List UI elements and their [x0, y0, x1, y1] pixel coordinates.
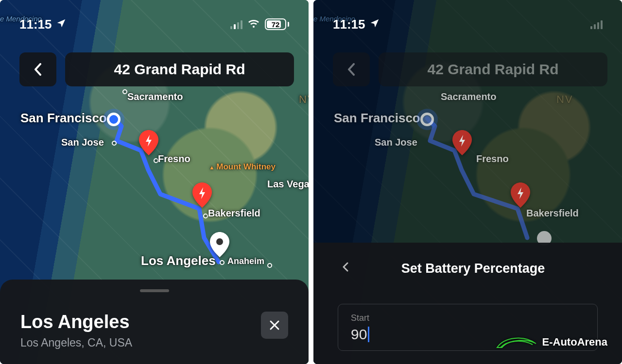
phone-screenshot-right: e Mendocino San Francisco San Jose Sacra… — [313, 0, 622, 364]
charger-pin-icon[interactable] — [452, 130, 472, 155]
status-bar: 11:15 — [313, 14, 622, 35]
label-state-nv: NV — [556, 93, 573, 106]
label-las-vegas: Las Vegas — [267, 179, 309, 190]
label-state-nv: NV — [299, 93, 309, 106]
city-dot — [220, 260, 225, 265]
label-fresno: Fresno — [158, 153, 190, 165]
label-anaheim: Anaheim — [227, 256, 264, 266]
city-dot — [112, 141, 117, 146]
city-dot — [122, 89, 127, 94]
back-button[interactable] — [333, 52, 370, 86]
destination-pin-icon[interactable] — [210, 232, 229, 257]
text-cursor — [368, 327, 369, 342]
panel-title: Set Battery Percentage — [368, 261, 578, 276]
location-services-icon — [369, 17, 380, 32]
label-bakersfield: Bakersfield — [208, 208, 260, 219]
label-sacramento: Sacramento — [127, 91, 183, 102]
cellular-signal-icon — [590, 19, 603, 29]
address-display[interactable]: 42 Grand Rapid Rd — [379, 52, 607, 86]
back-button[interactable] — [19, 52, 56, 86]
label-sacramento: Sacramento — [441, 91, 497, 102]
city-dot — [203, 214, 208, 218]
battery-indicator: 72 — [265, 18, 289, 30]
charger-pin-icon[interactable] — [192, 182, 212, 208]
label-fresno: Fresno — [476, 153, 509, 165]
label-bakersfield: Bakersfield — [526, 208, 579, 219]
wifi-icon — [247, 19, 260, 29]
svg-point-0 — [216, 238, 223, 245]
label-san-francisco: San Francisco — [20, 111, 107, 126]
current-location-dot[interactable] — [420, 113, 434, 126]
close-button[interactable] — [261, 312, 288, 339]
location-services-icon — [56, 17, 67, 32]
phone-screenshot-left: e Mendocino San Francisco San Jose Sacra… — [0, 0, 309, 364]
start-battery-label: Start — [351, 313, 585, 323]
label-san-jose: San Jose — [375, 137, 417, 148]
destination-title: Los Angeles — [20, 312, 132, 332]
city-dot — [267, 263, 272, 268]
sheet-drag-handle[interactable] — [140, 289, 169, 292]
cellular-signal-icon — [230, 19, 242, 29]
destination-bottom-sheet[interactable]: Los Angeles Los Angeles, CA, USA — [0, 280, 309, 364]
status-time: 11:15 — [333, 17, 365, 32]
label-san-jose: San Jose — [61, 137, 104, 148]
current-location-dot[interactable] — [107, 113, 121, 126]
panel-back-button[interactable] — [338, 257, 353, 280]
status-bar: 11:15 72 — [0, 14, 309, 35]
status-time: 11:15 — [19, 17, 52, 32]
destination-subtitle: Los Angeles, CA, USA — [20, 336, 132, 349]
start-battery-value: 90 — [351, 326, 367, 343]
watermark-logo: E-AutoArena — [495, 334, 607, 350]
address-display[interactable]: 42 Grand Rapid Rd — [65, 52, 294, 86]
label-mount-whitney: Mount Whitney — [209, 162, 276, 172]
label-los-angeles: Los Angeles — [141, 253, 216, 268]
charger-pin-icon[interactable] — [511, 182, 530, 208]
charger-pin-icon[interactable] — [139, 130, 158, 155]
label-san-francisco: San Francisco — [334, 111, 420, 126]
